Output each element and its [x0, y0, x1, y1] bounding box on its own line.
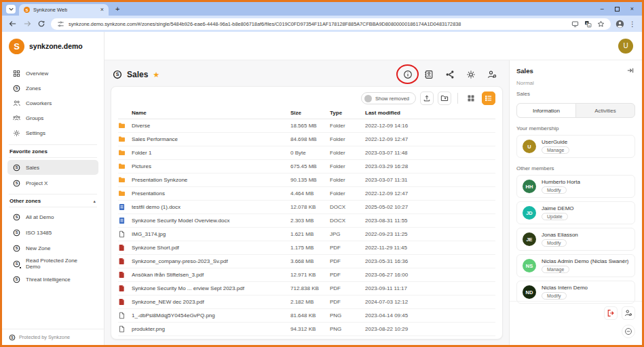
member-role-badge[interactable]: Modify	[542, 239, 567, 247]
info-button[interactable]	[400, 67, 415, 82]
user-avatar[interactable]: U	[618, 39, 633, 54]
col-size[interactable]: Size	[290, 110, 330, 116]
send-to-device-icon[interactable]	[571, 20, 579, 28]
file-type: PNG	[330, 326, 365, 332]
file-size: 18.565 MB	[290, 123, 330, 129]
member-card-jaime-demo[interactable]: JD Jaime DEMO Update	[516, 201, 635, 224]
table-row[interactable]: Synkzone_NEW dec 2023.pdf 2.182 MB PDF 2…	[118, 295, 495, 309]
table-row[interactable]: Synkzone Security Mo ... erview Sept 202…	[118, 282, 495, 295]
table-row[interactable]: Folder 1 0 Byte Folder 2023-03-07 11:48	[118, 146, 495, 160]
member-avatar: ND	[523, 285, 536, 299]
zone-item-iso-13485[interactable]: S ISO 13485	[7, 225, 98, 240]
tab-information[interactable]: Information	[517, 104, 576, 117]
member-role-badge[interactable]: Modify	[542, 292, 567, 300]
file-modified: 2023-03-29 16:28	[365, 163, 495, 169]
table-row[interactable]: produkter.png 94.312 KB PNG 2023-08-22 1…	[118, 323, 495, 336]
bookmark-star-icon[interactable]	[597, 20, 605, 28]
table-row[interactable]: Synkzone Short.pdf 1.175 MB PDF 2022-11-…	[118, 241, 495, 255]
file-size: 2.303 MB	[290, 218, 330, 224]
window-close-icon[interactable]: ×	[630, 5, 634, 12]
member-settings-button[interactable]	[622, 306, 635, 320]
table-row[interactable]: Synkzone Security Model Overview.docx 2.…	[118, 214, 495, 228]
browser-tab[interactable]: S Synkzone Web ×	[19, 4, 109, 16]
translate-icon[interactable]: Aa	[584, 20, 592, 28]
browser-toolbar: synkzone.demo.synkzone.com/#/zones/singl…	[2, 16, 642, 32]
member-card-niclas-admin-demo-niclas-swan-r[interactable]: NS Niclas Admin Demo (Niclas Swanér) Man…	[516, 254, 635, 277]
grid-view-button[interactable]	[464, 91, 478, 105]
sidebar-item-groups[interactable]: Groups	[7, 110, 98, 125]
profile-icon[interactable]	[615, 20, 624, 28]
new-tab-button[interactable]: +	[112, 5, 123, 13]
zone-item-threat-intelligence[interactable]: S Threat Intelligence	[7, 272, 98, 287]
zone-item-new-zone[interactable]: S New Zone	[7, 241, 98, 256]
file-name: Synkzone Security Model Overview.docx	[132, 218, 290, 224]
url-text: synkzone.demo.synkzone.com/#/zones/singl…	[69, 21, 567, 27]
member-card-niclas-intern-demo[interactable]: ND Niclas Intern Demo Modify	[516, 281, 635, 304]
member-card-jonas-eliasson[interactable]: JE Jonas Eliasson Modify	[516, 228, 635, 251]
table-row[interactable]: Diverse 18.565 MB Folder 2022-12-09 14:1…	[118, 119, 495, 133]
collapse-panel-icon[interactable]	[626, 66, 635, 75]
col-name[interactable]: Name	[132, 110, 290, 116]
menu-kebab-icon[interactable]: ⋮	[629, 20, 636, 28]
tab-close-icon[interactable]: ×	[100, 7, 104, 13]
share-button[interactable]	[442, 67, 457, 82]
favorite-star-icon[interactable]: ★	[153, 71, 159, 79]
settings-button[interactable]	[463, 67, 478, 82]
reload-icon[interactable]	[37, 19, 46, 28]
member-card-userguide[interactable]: U UserGuide Manage	[516, 135, 635, 158]
table-row[interactable]: 1_-dbPsi8Mdqj5Y0454eGvPQ.png 81.648 KB P…	[118, 309, 495, 323]
col-modified[interactable]: Last modified	[365, 110, 495, 116]
table-row[interactable]: Sales Performance 84.698 MB Folder 2022-…	[118, 133, 495, 146]
window-maximize-icon[interactable]	[615, 7, 620, 12]
table-row[interactable]: IMG_3174.jpg 1.621 MB JPG 2022-09-23 11:…	[118, 228, 495, 241]
contacts-button[interactable]	[421, 67, 436, 82]
svg-text:S: S	[16, 230, 18, 234]
sidebar: S synkzone.demo Overview S Zones	[2, 32, 105, 345]
col-type[interactable]: Type	[330, 110, 365, 116]
sidebar-item-settings[interactable]: Settings	[7, 125, 98, 140]
table-row[interactable]: Ansökan ifrån Stiftelsen_3.pdf 12.971 KB…	[118, 268, 495, 282]
sidebar-item-overview[interactable]: Overview	[7, 66, 98, 81]
tab-activities[interactable]: Activities	[576, 104, 634, 117]
window-minimize-icon[interactable]: –	[601, 5, 604, 12]
upload-button[interactable]	[420, 91, 434, 105]
member-role-badge[interactable]: Manage	[542, 266, 569, 273]
leave-zone-button[interactable]	[604, 306, 618, 320]
zone-icon: S	[13, 245, 20, 252]
file-name: Presentation Synkzone	[132, 177, 290, 183]
table-row[interactable]: Pictures 675.45 MB Folder 2023-03-29 16:…	[118, 160, 495, 174]
new-folder-button[interactable]	[438, 91, 451, 105]
add-member-button[interactable]	[485, 67, 499, 82]
file-size: 4.464 MB	[290, 190, 330, 197]
zone-item-project-x[interactable]: S Project X	[7, 176, 98, 190]
collapse-caret-icon[interactable]: ▲	[93, 199, 96, 203]
member-avatar: JE	[523, 232, 536, 246]
remove-member-button[interactable]	[622, 325, 635, 338]
table-row[interactable]: Synkzone_company-preso-2023_Sv.pdf 3.668…	[118, 255, 495, 268]
file-modified: 2023-03-07 11:48	[365, 150, 495, 156]
member-card-humberto-horta[interactable]: HH Humberto Horta Modify	[516, 175, 635, 198]
details-tabs: Information Activities	[516, 103, 635, 118]
zone-item-all-at-demo[interactable]: S All at Demo	[7, 209, 98, 224]
zone-item-label: Threat Intelligence	[26, 277, 71, 283]
member-role-badge[interactable]: Manage	[542, 146, 569, 154]
pdf-icon	[118, 298, 126, 306]
forward-icon[interactable]	[22, 19, 32, 28]
file-modified: 2023-08-22 10:29	[365, 326, 495, 332]
url-bar[interactable]: synkzone.demo.synkzone.com/#/zones/singl…	[51, 18, 611, 30]
table-row[interactable]: testfil demo (1).docx 12.078 KB DOCX 202…	[118, 201, 495, 214]
file-name: Diverse	[132, 123, 290, 129]
zone-item-sales[interactable]: S Sales	[7, 160, 98, 175]
tab-search-button[interactable]	[6, 5, 16, 14]
table-row[interactable]: Presentations 4.464 MB Folder 2022-12-09…	[118, 187, 495, 201]
list-view-button[interactable]	[482, 91, 495, 105]
show-removed-toggle[interactable]: Show removed	[361, 92, 416, 104]
site-info-icon[interactable]	[57, 20, 64, 28]
zone-item-read-protected-zone-demo[interactable]: S Read Protected Zone Demo	[7, 256, 98, 271]
member-role-badge[interactable]: Modify	[542, 186, 567, 194]
back-icon[interactable]	[8, 19, 18, 28]
sidebar-item-zones[interactable]: S Zones	[7, 81, 98, 96]
member-role-badge[interactable]: Update	[542, 213, 568, 220]
table-row[interactable]: Presentation Synkzone 90.135 MB Folder 2…	[118, 174, 495, 187]
sidebar-item-coworkers[interactable]: Coworkers	[7, 96, 98, 110]
